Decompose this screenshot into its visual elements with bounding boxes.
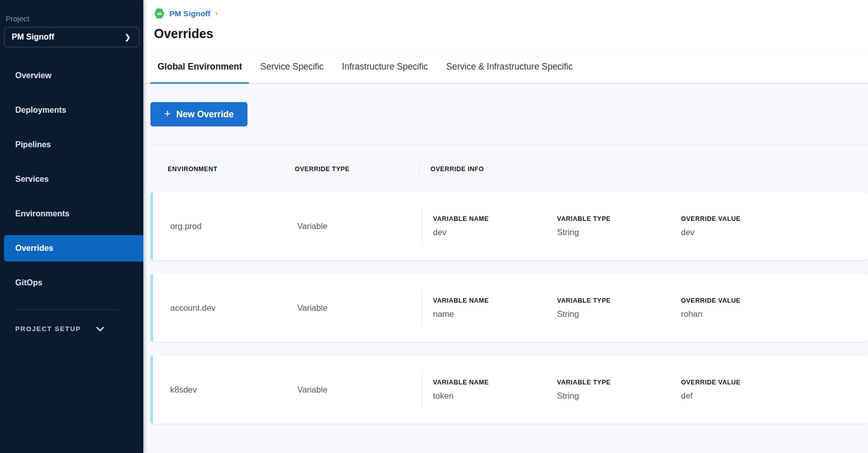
tab-label: Service Specific <box>260 61 324 72</box>
override-value-cell: OVERRIDE VALUE rohan <box>681 297 805 319</box>
table-header-row: ENVIRONMENT OVERRIDE TYPE OVERRIDE INFO <box>150 145 868 192</box>
variable-type-value: String <box>557 309 681 319</box>
variable-name-cell: VARIABLE NAME name <box>433 297 557 319</box>
row-override-type: Variable <box>297 385 422 395</box>
sidebar-item-gitops[interactable]: GitOps <box>4 270 143 296</box>
sidebar-divider <box>15 309 118 310</box>
page-header: ∞ PM Signoff › Overrides Global Environm… <box>143 0 868 84</box>
row-environment: account.dev <box>153 303 297 313</box>
column-header-environment: ENVIRONMENT <box>168 166 295 173</box>
tab-service-and-infrastructure-specific[interactable]: Service & Infrastructure Specific <box>446 51 573 83</box>
override-value-value: rohan <box>681 309 805 319</box>
sidebar-item-label: Deployments <box>15 106 66 115</box>
variable-name-label: VARIABLE NAME <box>433 215 557 222</box>
project-sidebar: Project PM Signoff ❯ Overview Deployment… <box>0 0 143 453</box>
row-environment: k8sdev <box>153 385 297 395</box>
override-info-group: VARIABLE NAME name VARIABLE TYPE String … <box>422 297 805 319</box>
breadcrumb: ∞ PM Signoff › <box>143 8 868 19</box>
override-row[interactable]: k8sdev Variable VARIABLE NAME token VARI… <box>150 355 868 424</box>
sidebar-item-label: Services <box>15 175 49 184</box>
variable-name-label: VARIABLE NAME <box>433 379 557 386</box>
project-icon: ∞ <box>154 8 165 19</box>
override-tabs: Global Environment Service Specific Infr… <box>143 50 868 84</box>
breadcrumb-chevron-icon: › <box>215 8 218 18</box>
tab-infrastructure-specific[interactable]: Infrastructure Specific <box>342 51 428 83</box>
override-value-cell: OVERRIDE VALUE dev <box>681 215 805 237</box>
sidebar-item-deployments[interactable]: Deployments <box>4 97 143 123</box>
override-info-group: VARIABLE NAME token VARIABLE TYPE String… <box>422 379 805 401</box>
sidebar-nav: Overview Deployments Pipelines Services … <box>0 62 143 296</box>
override-value-label: OVERRIDE VALUE <box>681 379 805 386</box>
column-header-override-type: OVERRIDE TYPE <box>295 166 419 173</box>
variable-type-label: VARIABLE TYPE <box>557 379 681 386</box>
overrides-content: + New Override ENVIRONMENT OVERRIDE TYPE… <box>143 84 868 453</box>
project-icon-glyph: ∞ <box>157 10 162 17</box>
variable-type-cell: VARIABLE TYPE String <box>557 215 681 237</box>
new-override-button[interactable]: + New Override <box>150 102 247 126</box>
override-row[interactable]: account.dev Variable VARIABLE NAME name … <box>150 274 868 342</box>
project-label: Project <box>6 14 143 23</box>
sidebar-item-label: Overview <box>15 71 51 80</box>
variable-type-cell: VARIABLE TYPE String <box>557 297 681 319</box>
breadcrumb-project-link[interactable]: PM Signoff <box>169 9 210 18</box>
tab-label: Service & Infrastructure Specific <box>446 61 573 72</box>
sidebar-item-overrides[interactable]: Overrides <box>4 235 143 262</box>
variable-name-value: dev <box>433 228 557 237</box>
variable-name-cell: VARIABLE NAME token <box>433 379 557 401</box>
override-value-label: OVERRIDE VALUE <box>681 297 805 304</box>
variable-name-value: name <box>433 309 557 319</box>
sidebar-item-pipelines[interactable]: Pipelines <box>4 132 143 158</box>
override-value-value: def <box>681 391 805 401</box>
override-row[interactable]: org.prod Variable VARIABLE NAME dev VARI… <box>150 192 868 260</box>
variable-name-cell: VARIABLE NAME dev <box>433 215 557 237</box>
sidebar-item-label: Environments <box>15 209 70 218</box>
override-value-label: OVERRIDE VALUE <box>681 215 805 222</box>
sidebar-item-environments[interactable]: Environments <box>4 201 143 227</box>
header-separator <box>419 164 420 175</box>
project-setup-toggle[interactable]: PROJECT SETUP <box>15 325 143 333</box>
sidebar-item-label: Pipelines <box>15 140 51 149</box>
project-selector-value: PM Signoff <box>12 33 54 42</box>
row-override-type: Variable <box>297 221 422 231</box>
plus-icon: + <box>164 108 171 119</box>
tab-label: Global Environment <box>158 61 242 72</box>
sidebar-item-label: GitOps <box>15 278 42 287</box>
new-override-button-label: New Override <box>176 109 234 120</box>
project-setup-label: PROJECT SETUP <box>15 325 81 333</box>
sidebar-item-overview[interactable]: Overview <box>4 62 143 89</box>
row-environment: org.prod <box>153 221 297 231</box>
column-header-override-info: OVERRIDE INFO <box>430 166 484 173</box>
override-value-cell: OVERRIDE VALUE def <box>681 379 805 401</box>
page-title: Overrides <box>154 25 868 42</box>
variable-name-label: VARIABLE NAME <box>433 297 557 304</box>
tab-global-environment[interactable]: Global Environment <box>158 51 242 83</box>
variable-type-value: String <box>557 228 681 237</box>
project-selector[interactable]: PM Signoff ❯ <box>4 27 139 47</box>
sidebar-item-label: Overrides <box>15 244 53 253</box>
sidebar-item-services[interactable]: Services <box>4 166 143 192</box>
variable-name-value: token <box>433 391 557 401</box>
override-info-group: VARIABLE NAME dev VARIABLE TYPE String O… <box>422 215 805 237</box>
row-override-type: Variable <box>297 303 422 313</box>
variable-type-value: String <box>557 391 681 401</box>
variable-type-cell: VARIABLE TYPE String <box>557 379 681 401</box>
tab-service-specific[interactable]: Service Specific <box>260 51 324 83</box>
variable-type-label: VARIABLE TYPE <box>557 297 681 304</box>
chevron-down-icon <box>96 327 104 332</box>
chevron-right-icon: ❯ <box>125 33 131 41</box>
main-content: ∞ PM Signoff › Overrides Global Environm… <box>143 0 868 453</box>
variable-type-label: VARIABLE TYPE <box>557 215 681 222</box>
override-value-value: dev <box>681 228 805 237</box>
tab-label: Infrastructure Specific <box>342 61 428 72</box>
